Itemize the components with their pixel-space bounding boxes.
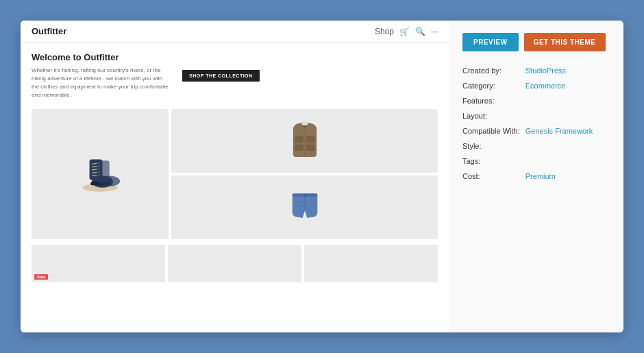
sale-badge: Sale: [34, 274, 48, 280]
main-container: Outfitter Shop 🛒 🔍 ··· Welcome to Outfit…: [21, 21, 623, 332]
vest-image: [284, 119, 325, 163]
product-bottom-3: [304, 245, 438, 282]
product-boots: [32, 109, 169, 239]
tags-label: Tags:: [462, 157, 520, 165]
preview-panel: Outfitter Shop 🛒 🔍 ··· Welcome to Outfit…: [21, 21, 449, 332]
get-theme-button[interactable]: GET THIS THEME: [524, 33, 606, 51]
nav-icons: Shop 🛒 🔍 ···: [375, 27, 438, 36]
svg-point-10: [99, 176, 120, 186]
hero-text: Welcome to Outfitter Whether it's fishin…: [32, 52, 169, 99]
info-panel: PREVIEW GET THIS THEME Created by: Studi…: [449, 21, 623, 332]
created-by-label: Created by:: [462, 66, 520, 75]
hero-section: Welcome to Outfitter Whether it's fishin…: [21, 42, 449, 106]
svg-rect-13: [295, 145, 303, 151]
category-label: Category:: [462, 82, 520, 90]
more-icon: ···: [431, 27, 438, 36]
product-bottom-row: Sale: [21, 242, 449, 285]
compatible-with-label: Compatible With:: [462, 127, 520, 135]
svg-rect-16: [301, 122, 308, 125]
hero-description: Whether it's fishing, rafting our countr…: [32, 66, 169, 99]
info-table: Created by: StudioPress Category: Ecomme…: [462, 66, 610, 180]
style-label: Style:: [462, 142, 520, 150]
theme-navbar: Outfitter Shop 🛒 🔍 ···: [21, 21, 449, 42]
created-by-value[interactable]: StudioPress: [525, 66, 610, 75]
cost-label: Cost:: [462, 172, 520, 180]
svg-rect-12: [306, 136, 314, 143]
action-buttons: PREVIEW GET THIS THEME: [462, 33, 610, 51]
theme-logo: Outfitter: [32, 26, 66, 36]
product-vest: [171, 109, 438, 173]
svg-point-21: [304, 194, 306, 196]
product-right-col: [171, 109, 438, 239]
compatible-with-value[interactable]: Genesis Framework: [525, 127, 610, 135]
svg-rect-11: [295, 136, 303, 143]
preview-button[interactable]: PREVIEW: [462, 33, 519, 51]
cart-icon: 🛒: [399, 27, 410, 36]
nav-shop-label: Shop: [375, 27, 394, 36]
product-bottom-2: [168, 245, 301, 282]
shop-collection-button[interactable]: SHOP THE COLLECTION: [182, 70, 260, 82]
cost-value[interactable]: Premium: [525, 172, 610, 180]
boot-image: [76, 154, 124, 195]
search-icon: 🔍: [415, 27, 425, 36]
features-label: Features:: [462, 97, 520, 105]
product-grid: [21, 106, 449, 242]
product-bottom-1: Sale: [32, 245, 165, 282]
category-value[interactable]: Ecommerce: [525, 82, 610, 90]
layout-label: Layout:: [462, 112, 520, 120]
shorts-image: [288, 190, 322, 226]
svg-rect-14: [306, 145, 314, 151]
theme-preview: Outfitter Shop 🛒 🔍 ··· Welcome to Outfit…: [21, 21, 449, 332]
hero-title: Welcome to Outfitter: [32, 52, 169, 62]
product-shorts: [171, 175, 438, 239]
